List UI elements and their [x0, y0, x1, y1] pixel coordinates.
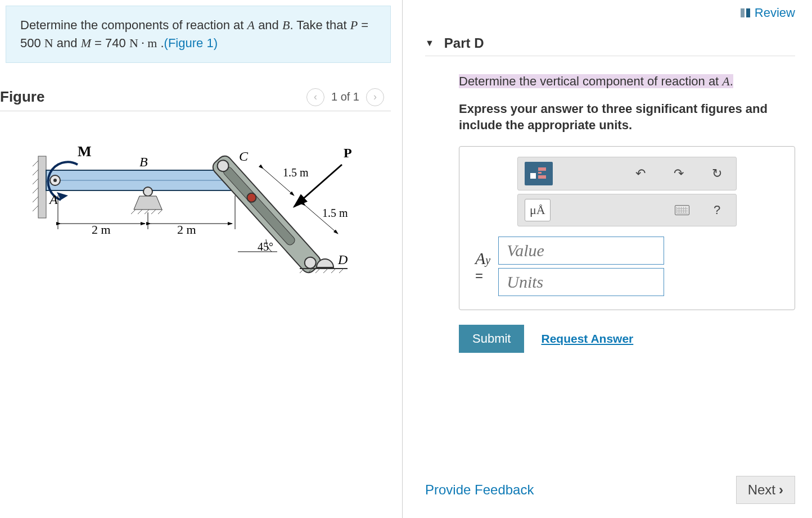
svg-line-4 — [33, 188, 38, 193]
keyboard-button[interactable] — [670, 199, 694, 221]
answer-instruction: Express your answer to three significant… — [459, 101, 795, 134]
svg-line-14 — [145, 210, 149, 214]
svg-line-13 — [138, 210, 142, 214]
reset-button[interactable]: ↻ — [705, 162, 729, 185]
figure-title: Figure — [0, 88, 44, 106]
units-input[interactable] — [498, 268, 664, 296]
undo-button[interactable]: ↶ — [628, 162, 653, 185]
var-P: P — [350, 18, 358, 32]
submit-button[interactable]: Submit — [459, 325, 524, 353]
svg-text:C: C — [239, 149, 249, 163]
value-input[interactable] — [498, 237, 664, 265]
svg-line-16 — [158, 210, 163, 214]
svg-line-26 — [315, 269, 320, 273]
svg-point-11 — [143, 187, 152, 196]
answer-toolbar-1: ↶ ↷ ↻ — [517, 157, 737, 190]
action-row: Submit Request Answer — [425, 325, 795, 353]
figure-next-button[interactable]: › — [366, 88, 384, 106]
svg-text:A: A — [48, 192, 58, 207]
review-link[interactable]: Review — [741, 6, 795, 20]
figure-pager: ‹ 1 of 1 › — [306, 88, 384, 106]
svg-rect-52 — [538, 167, 546, 171]
svg-line-27 — [323, 269, 328, 273]
figure-reference-link[interactable]: (Figure 1) — [164, 36, 218, 50]
svg-text:D: D — [337, 252, 348, 267]
question-area: Determine the vertical component of reac… — [425, 56, 795, 310]
svg-rect-0 — [38, 156, 46, 218]
svg-text:B: B — [139, 155, 148, 169]
collapse-icon: ▼ — [425, 38, 434, 48]
units-symbol-button[interactable]: μÅ — [525, 199, 551, 221]
problem-text: Determine the components of reaction at — [20, 18, 247, 32]
help-button[interactable]: ? — [705, 199, 729, 221]
answer-variable: Ay — [475, 249, 490, 268]
part-label: Part D — [444, 35, 484, 51]
keyboard-icon — [675, 205, 689, 215]
svg-line-2 — [33, 170, 38, 175]
request-answer-link[interactable]: Request Answer — [541, 332, 633, 346]
svg-line-29 — [339, 269, 344, 273]
left-pane: Determine the components of reaction at … — [0, 0, 402, 518]
question-text: Determine the vertical component of reac… — [459, 73, 795, 90]
svg-text:45°: 45° — [258, 240, 273, 253]
svg-text:1.5 m: 1.5 m — [322, 207, 348, 219]
next-button[interactable]: Next › — [736, 476, 795, 504]
review-icon — [741, 8, 750, 17]
figure-header: Figure ‹ 1 of 1 › — [0, 83, 391, 111]
svg-rect-50 — [530, 173, 536, 179]
right-pane: Review ▼ Part D Determine the vertical c… — [402, 0, 812, 518]
svg-rect-51 — [538, 172, 542, 174]
provide-feedback-link[interactable]: Provide Feedback — [425, 482, 534, 498]
svg-point-10 — [53, 179, 57, 182]
svg-text:P: P — [344, 146, 352, 160]
svg-line-5 — [33, 197, 38, 202]
answer-inputs: Ay = — [472, 237, 782, 296]
svg-line-28 — [331, 269, 336, 273]
mechanics-diagram: M B C P A D 2 m 2 m 1.5 m 1.5 m 45° — [30, 134, 362, 280]
figure-prev-button[interactable]: ‹ — [306, 88, 324, 106]
chevron-right-icon: › — [779, 482, 783, 498]
svg-text:1.5 m: 1.5 m — [283, 166, 309, 179]
svg-text:2 m: 2 m — [92, 222, 111, 237]
redo-button[interactable]: ↷ — [666, 162, 691, 185]
svg-line-3 — [33, 179, 38, 184]
var-A: A — [247, 18, 255, 32]
figure-pager-text: 1 of 1 — [331, 90, 359, 103]
problem-statement: Determine the components of reaction at … — [6, 6, 391, 63]
footer-row: Provide Feedback Next › — [425, 476, 795, 504]
svg-line-12 — [131, 210, 136, 214]
equals-sign: = — [475, 268, 490, 284]
svg-line-1 — [33, 161, 38, 166]
svg-rect-53 — [538, 175, 546, 179]
svg-text:M: M — [78, 143, 92, 160]
var-M: M — [81, 36, 91, 50]
part-header[interactable]: ▼ Part D — [425, 31, 795, 56]
svg-text:2 m: 2 m — [177, 222, 196, 237]
templates-button[interactable] — [525, 162, 553, 185]
svg-line-6 — [33, 206, 38, 211]
figure-diagram: M B C P A D 2 m 2 m 1.5 m 1.5 m 45° — [0, 111, 391, 302]
answer-box: ↶ ↷ ↻ μÅ ? Ay = — [459, 146, 795, 310]
svg-line-15 — [151, 210, 156, 214]
answer-toolbar-2: μÅ ? — [517, 194, 737, 226]
var-B: B — [282, 18, 290, 32]
